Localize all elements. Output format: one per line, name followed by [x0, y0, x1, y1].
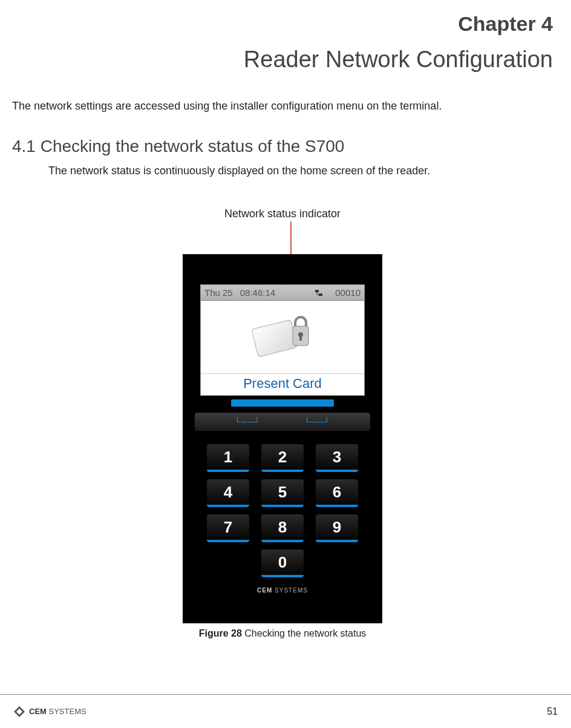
card-illustration-area — [201, 301, 364, 373]
device-frame: Thu 25 08:46:14 00010 — [183, 254, 382, 623]
key-3[interactable]: 3 — [316, 444, 358, 472]
chapter-title: Reader Network Configuration — [12, 47, 553, 73]
key-4[interactable]: 4 — [207, 479, 249, 507]
key-8[interactable]: 8 — [261, 514, 304, 542]
bracket-left-icon: └──┘ — [235, 417, 261, 427]
section-heading: 4.1 Checking the network status of the S… — [12, 137, 553, 156]
track-bar: └──┘ └──┘ — [195, 413, 370, 431]
blue-divider — [231, 399, 334, 407]
figure-caption: Figure 28 Checking the network status — [12, 628, 553, 639]
page-footer: CEM SYSTEMS 51 — [0, 694, 571, 728]
svg-rect-1 — [315, 290, 319, 292]
footer-logo-icon — [13, 706, 25, 718]
page-number: 51 — [547, 706, 558, 717]
key-7[interactable]: 7 — [207, 514, 249, 542]
figure-block: Network status indicator Thu 25 08:46:14 — [12, 208, 553, 639]
svg-rect-7 — [299, 336, 302, 341]
key-1[interactable]: 1 — [207, 444, 249, 472]
status-date: Thu 25 — [204, 287, 233, 298]
intro-paragraph: The network settings are accessed using … — [12, 100, 553, 113]
device-screen: Thu 25 08:46:14 00010 — [200, 284, 365, 396]
callout-line — [183, 221, 382, 254]
chapter-label: Chapter 4 — [12, 12, 553, 36]
network-status-icon — [315, 289, 323, 297]
section-body: The network status is continuously displ… — [48, 165, 553, 177]
status-time: 08:46:14 — [240, 287, 275, 298]
bracket-right-icon: └──┘ — [304, 417, 331, 427]
status-count: 00010 — [335, 287, 361, 298]
callout-label: Network status indicator — [12, 208, 553, 220]
key-0[interactable]: 0 — [261, 549, 304, 577]
lock-icon — [289, 315, 312, 350]
key-6[interactable]: 6 — [316, 479, 358, 507]
footer-logo: CEM SYSTEMS — [13, 706, 86, 718]
status-bar: Thu 25 08:46:14 00010 — [201, 285, 364, 301]
key-5[interactable]: 5 — [261, 479, 304, 507]
key-2[interactable]: 2 — [261, 444, 304, 472]
footer-brand-text: CEM SYSTEMS — [29, 707, 86, 716]
key-9[interactable]: 9 — [316, 514, 358, 542]
device-brand-label: CEM SYSTEMS — [183, 587, 382, 594]
keypad: 1 2 3 4 5 6 7 8 9 0 — [207, 444, 358, 577]
present-card-label: Present Card — [201, 373, 364, 395]
